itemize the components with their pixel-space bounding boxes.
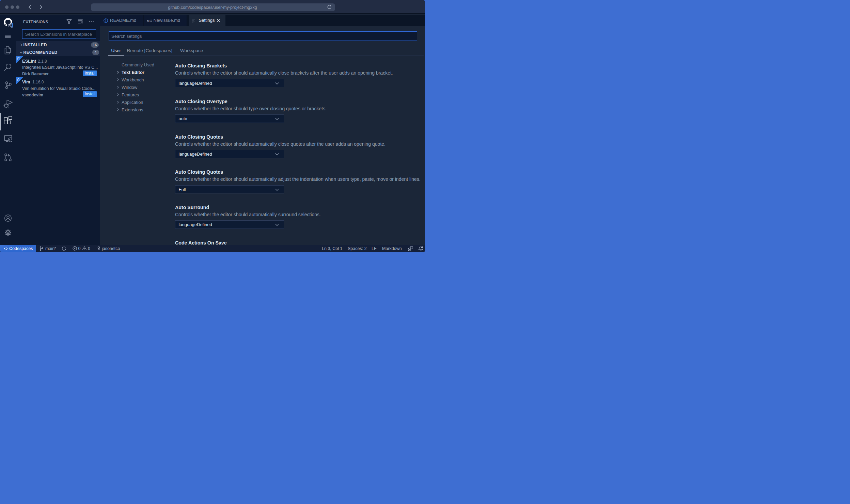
svg-text:M: M (147, 19, 149, 22)
